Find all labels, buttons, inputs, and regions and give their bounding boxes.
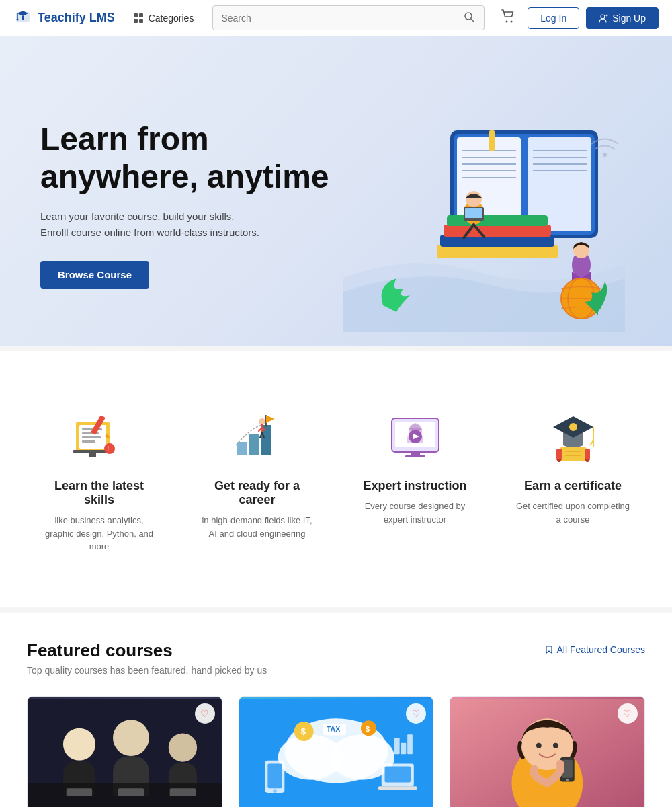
svg-rect-115 (384, 766, 410, 782)
wishlist-btn-1[interactable]: ♡ (195, 703, 215, 724)
course-card-2: $ $ TAX ♡ AWS Certified Cloud Practition… (239, 696, 434, 808)
hero-features-divider (0, 346, 672, 351)
feature-expert: Expert instruction Every course designed… (343, 391, 487, 567)
svg-rect-3 (134, 13, 138, 17)
wishlist-btn-2[interactable]: ♡ (406, 703, 426, 724)
svg-rect-96 (170, 788, 196, 796)
login-button[interactable]: Log In (528, 7, 579, 29)
svg-rect-37 (465, 208, 482, 218)
wishlist-btn-3[interactable]: ♡ (618, 703, 638, 724)
svg-rect-58 (237, 442, 247, 455)
browse-course-button[interactable]: Browse Course (40, 261, 149, 289)
course-card-3: ♡ PHP For beginners - become master of P… (450, 696, 645, 808)
feature-cert-desc: Get certified upon completing a course (514, 500, 632, 526)
course-thumb-3: ♡ (450, 697, 644, 808)
svg-point-78 (569, 423, 577, 431)
header: Teachify LMS Categories Log (0, 0, 672, 36)
svg-point-10 (511, 21, 513, 23)
hero-svg (343, 90, 625, 332)
svg-point-2 (17, 18, 19, 20)
categories-button[interactable]: Categories (126, 9, 202, 28)
svg-point-33 (466, 191, 482, 207)
header-actions: Log In Sign Up (495, 6, 659, 30)
expert-icon (385, 405, 446, 465)
skills-icon: ! (69, 405, 130, 465)
svg-rect-124 (401, 742, 406, 753)
svg-point-90 (63, 728, 95, 760)
svg-rect-4 (139, 13, 143, 17)
svg-rect-50 (82, 436, 101, 438)
svg-line-8 (471, 19, 474, 22)
feature-skills-title: Learn the latest skills (40, 479, 158, 507)
feature-career-title: Get ready for a career (198, 479, 316, 507)
svg-rect-123 (394, 738, 400, 754)
search-button[interactable] (454, 6, 484, 30)
svg-rect-116 (378, 786, 417, 790)
svg-rect-75 (411, 452, 420, 455)
feature-career: Get ready for a career in high-demand fi… (185, 391, 329, 567)
svg-rect-94 (67, 788, 92, 796)
featured-header: Featured courses All Featured Courses (27, 640, 645, 661)
svg-rect-27 (489, 130, 495, 151)
logo-icon (13, 7, 32, 30)
svg-point-91 (113, 720, 149, 756)
svg-point-9 (506, 21, 508, 23)
svg-rect-55 (89, 452, 96, 457)
course-thumb-1: ♡ (28, 697, 222, 808)
course-thumb-2: $ $ TAX ♡ (239, 697, 433, 808)
svg-rect-76 (405, 455, 425, 457)
featured-title: Featured courses (27, 640, 173, 661)
search-bar (212, 5, 485, 30)
svg-point-141 (553, 742, 558, 748)
features-grid: ! Learn the latest skills like business … (27, 391, 645, 567)
svg-rect-95 (118, 788, 144, 796)
search-input[interactable] (213, 7, 454, 29)
svg-text:$: $ (365, 724, 370, 732)
cart-icon (501, 9, 515, 24)
svg-rect-31 (447, 215, 548, 226)
svg-text:TAX: TAX (327, 725, 340, 733)
signup-button[interactable]: Sign Up (586, 7, 659, 29)
svg-rect-1 (22, 16, 24, 20)
feature-expert-title: Expert instruction (356, 479, 474, 493)
feature-cert-title: Earn a certificate (514, 479, 632, 493)
signup-label: Sign Up (612, 13, 646, 24)
hero-section: Learn from anywhere, anytime Learn your … (0, 36, 672, 346)
svg-text:$: $ (300, 726, 306, 736)
svg-point-92 (169, 733, 197, 761)
hero-content: Learn from anywhere, anytime Learn your … (40, 120, 336, 288)
hero-title: Learn from anywhere, anytime (40, 120, 336, 194)
svg-rect-51 (82, 440, 95, 443)
signup-icon (599, 13, 608, 23)
svg-rect-82 (560, 447, 587, 461)
svg-marker-62 (266, 415, 274, 423)
svg-marker-87 (556, 459, 562, 462)
svg-rect-6 (139, 19, 143, 23)
course-card-1: ♡ Management Skills: New Manager Trainin… (27, 696, 222, 808)
career-icon (227, 405, 288, 465)
login-label: Log In (540, 13, 566, 24)
search-icon (464, 11, 474, 22)
svg-point-11 (601, 15, 605, 19)
svg-point-113 (273, 789, 277, 793)
all-courses-link[interactable]: All Featured Courses (544, 640, 645, 655)
courses-grid: ♡ Management Skills: New Manager Trainin… (27, 696, 645, 808)
feature-skills-desc: like business analytics, graphic design,… (40, 514, 158, 553)
svg-point-144 (566, 778, 569, 781)
cart-button[interactable] (495, 6, 521, 30)
svg-rect-86 (585, 449, 590, 459)
logo[interactable]: Teachify LMS (13, 7, 115, 30)
hero-illustration (336, 77, 632, 332)
svg-point-45 (603, 153, 607, 157)
svg-rect-59 (249, 434, 259, 455)
feature-career-desc: in high-demand fields like IT, AI and cl… (198, 514, 316, 540)
svg-text:!: ! (107, 445, 109, 453)
categories-label: Categories (149, 13, 194, 24)
svg-rect-125 (407, 734, 413, 754)
feature-certificate: Earn a certificate Get certified upon co… (501, 391, 645, 567)
feature-learn-skills: ! Learn the latest skills like business … (27, 391, 171, 567)
featured-subtitle: Top quality courses has been featured, h… (27, 665, 645, 676)
svg-point-56 (104, 443, 115, 454)
svg-rect-112 (267, 763, 282, 788)
grid-icon (134, 13, 144, 23)
